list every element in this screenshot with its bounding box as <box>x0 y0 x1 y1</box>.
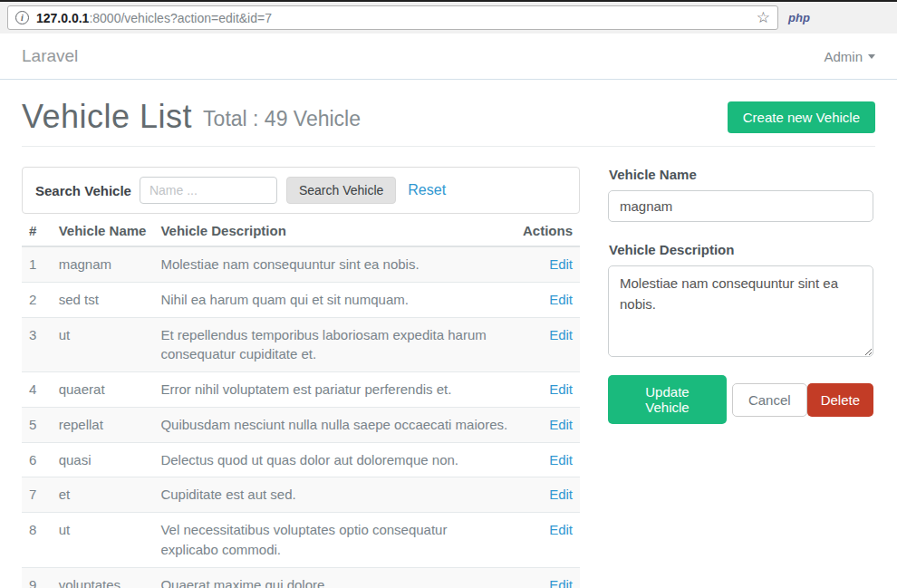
divider <box>22 146 875 147</box>
vehicle-name-cell: ut <box>52 317 154 372</box>
row-number: 9 <box>22 567 52 588</box>
vehicle-description-label: Vehicle Description <box>609 242 873 257</box>
vehicle-name-field[interactable] <box>608 190 873 222</box>
table-row: 2 sed tst Nihil ea harum quam qui et sit… <box>22 282 580 317</box>
delete-button[interactable]: Delete <box>807 383 873 417</box>
edit-link[interactable]: Edit <box>549 327 573 342</box>
row-number: 7 <box>22 477 52 513</box>
vehicle-name-cell: sed tst <box>52 282 154 317</box>
table-header-row: # Vehicle Name Vehicle Description Actio… <box>22 216 580 246</box>
url-host: 127.0.0.1 <box>36 11 89 25</box>
total-count-label: Total : 49 Vehicle <box>203 107 361 134</box>
edit-link[interactable]: Edit <box>549 292 573 307</box>
column-header-description: Vehicle Description <box>153 216 516 246</box>
row-number: 2 <box>22 282 52 317</box>
url-text: 127.0.0.1:8000/vehicles?action=edit&id=7 <box>36 11 749 25</box>
address-bar[interactable]: i 127.0.0.1:8000/vehicles?action=edit&id… <box>7 5 778 30</box>
row-number: 6 <box>22 442 52 477</box>
vehicle-name-cell: quaerat <box>52 372 154 408</box>
table-row: 6 quasi Delectus quod ut quas dolor aut … <box>22 442 580 477</box>
vehicle-name-cell: ut <box>52 513 154 568</box>
column-header-num: # <box>22 216 52 246</box>
edit-link[interactable]: Edit <box>549 256 573 272</box>
row-number: 4 <box>22 372 52 408</box>
search-button[interactable]: Search Vehicle <box>286 177 396 204</box>
edit-link[interactable]: Edit <box>549 381 573 397</box>
search-label: Search Vehicle <box>35 183 131 198</box>
table-row: 3 ut Et repellendus temporibus laboriosa… <box>22 317 580 372</box>
vehicle-table: # Vehicle Name Vehicle Description Actio… <box>22 216 580 588</box>
create-new-vehicle-button[interactable]: Create new Vehicle <box>728 101 875 133</box>
table-row: 7 et Cupiditate est aut sed. Edit <box>22 477 580 513</box>
table-row: 9 voluptates Quaerat maxime qui dolore. … <box>22 567 580 588</box>
vehicle-name-cell: repellat <box>52 407 154 442</box>
edit-link[interactable]: Edit <box>549 522 573 537</box>
admin-dropdown[interactable]: Admin <box>824 49 875 64</box>
search-panel: Search Vehicle Search Vehicle Reset <box>22 167 580 214</box>
url-path: :8000/vehicles?action=edit&id=7 <box>89 11 272 25</box>
search-input[interactable] <box>140 177 277 204</box>
page-header: Vehicle List Total : 49 Vehicle Create n… <box>22 100 875 134</box>
vehicle-name-cell: voluptates <box>52 567 154 588</box>
vehicle-description-field[interactable]: Molestiae nam consequuntur sint ea nobis… <box>608 265 873 357</box>
vehicle-description-cell: Delectus quod ut quas dolor aut doloremq… <box>153 442 516 477</box>
row-number: 8 <box>22 513 52 568</box>
reset-link[interactable]: Reset <box>408 182 446 198</box>
vehicle-description-cell: Quaerat maxime qui dolore. <box>153 567 516 588</box>
vehicle-name-cell: magnam <box>52 246 154 282</box>
edit-vehicle-form: Vehicle Name Vehicle Description Molesti… <box>608 167 873 424</box>
vehicle-description-cell: Quibusdam nesciunt nulla nulla saepe occ… <box>153 407 516 442</box>
page-info-icon[interactable]: i <box>15 11 29 24</box>
table-row: 4 quaerat Error nihil voluptatem est par… <box>22 372 580 408</box>
vehicle-table-body: 1 magnam Molestiae nam consequuntur sint… <box>22 246 580 588</box>
navbar: Laravel Admin <box>0 34 897 80</box>
page-title: Vehicle List <box>22 100 192 134</box>
row-number: 3 <box>22 317 52 372</box>
php-extension-badge[interactable]: php <box>788 11 810 24</box>
column-header-actions: Actions <box>516 216 580 246</box>
edit-link[interactable]: Edit <box>549 417 573 432</box>
column-header-name: Vehicle Name <box>52 216 154 246</box>
table-row: 5 repellat Quibusdam nesciunt nulla null… <box>22 407 580 442</box>
admin-dropdown-label: Admin <box>824 49 863 64</box>
update-vehicle-button[interactable]: Update Vehicle <box>608 375 727 424</box>
row-number: 1 <box>22 246 52 282</box>
vehicle-name-cell: et <box>52 477 154 513</box>
vehicle-description-cell: Et repellendus temporibus laboriosam exp… <box>153 317 516 372</box>
cancel-button[interactable]: Cancel <box>732 383 807 417</box>
brand-laravel[interactable]: Laravel <box>22 46 78 66</box>
edit-link[interactable]: Edit <box>549 577 573 588</box>
vehicle-name-cell: quasi <box>52 442 154 477</box>
edit-link[interactable]: Edit <box>549 452 573 468</box>
table-row: 1 magnam Molestiae nam consequuntur sint… <box>22 246 580 282</box>
browser-chrome: i 127.0.0.1:8000/vehicles?action=edit&id… <box>0 0 897 34</box>
vehicle-name-label: Vehicle Name <box>609 167 873 182</box>
edit-link[interactable]: Edit <box>549 487 573 502</box>
vehicle-description-cell: Error nihil voluptatem est pariatur perf… <box>153 372 516 408</box>
chevron-down-icon <box>868 54 875 59</box>
vehicle-description-cell: Vel necessitatibus voluptates optio cons… <box>153 513 516 568</box>
vehicle-description-cell: Nihil ea harum quam qui et sit numquam. <box>153 282 516 317</box>
vehicle-description-cell: Cupiditate est aut sed. <box>153 477 516 513</box>
bookmark-star-icon[interactable]: ☆ <box>757 10 770 25</box>
row-number: 5 <box>22 407 52 442</box>
vehicle-description-cell: Molestiae nam consequuntur sint ea nobis… <box>153 246 516 282</box>
table-row: 8 ut Vel necessitatibus voluptates optio… <box>22 513 580 568</box>
